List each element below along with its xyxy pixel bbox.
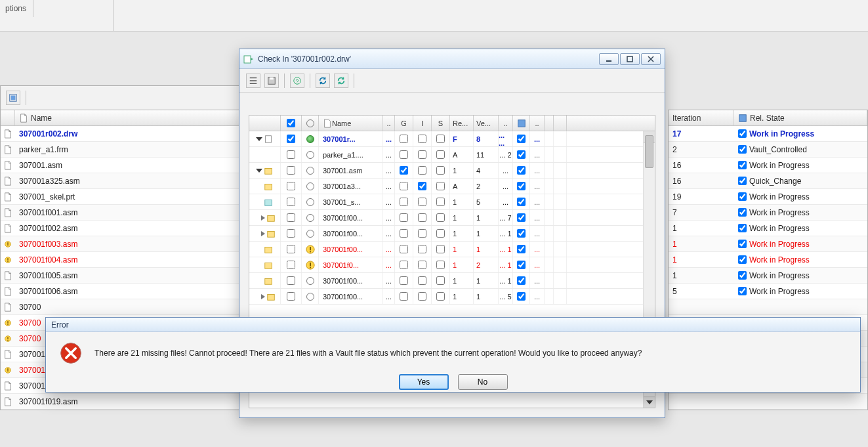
include-checkbox[interactable] (281, 131, 302, 146)
extra-checkbox[interactable] (513, 163, 530, 178)
status-row[interactable]: 19 Work in Progress (669, 189, 867, 205)
status-row[interactable]: 16 Quick_Change (669, 173, 867, 189)
g-checkbox[interactable] (395, 163, 413, 178)
rel-checkbox[interactable] (738, 287, 747, 295)
checkin-row[interactable]: parker_a1.......A11... 2... (249, 147, 655, 163)
s-checkbox[interactable] (432, 242, 450, 257)
checkin-row[interactable]: 307001f00......11... 1... (249, 226, 655, 242)
ci-g-header[interactable]: G (395, 116, 413, 131)
expand-toggle[interactable] (261, 294, 265, 299)
include-checkbox[interactable] (281, 179, 302, 194)
include-checkbox[interactable] (281, 194, 302, 209)
file-row[interactable]: 307001f002.asm (1, 221, 255, 236)
s-checkbox[interactable] (432, 163, 450, 178)
extra-checkbox[interactable] (513, 242, 530, 257)
ci-s-header[interactable]: S (432, 116, 450, 131)
extra-checkbox[interactable] (513, 257, 530, 272)
status-row[interactable]: 1 Work in Progress (669, 252, 867, 268)
refresh-all-icon[interactable] (334, 74, 348, 88)
i-checkbox[interactable] (413, 210, 432, 225)
include-checkbox[interactable] (281, 147, 302, 162)
rel-checkbox[interactable] (738, 271, 747, 280)
checkin-titlebar[interactable]: Check In '307001r002.drw' (239, 49, 665, 69)
rel-checkbox[interactable] (738, 192, 747, 201)
file-row[interactable]: 307001r002.drw (1, 126, 255, 142)
extra-checkbox[interactable] (513, 194, 530, 209)
include-checkbox[interactable] (281, 242, 302, 257)
s-checkbox[interactable] (432, 257, 450, 272)
s-checkbox[interactable] (432, 179, 450, 194)
file-row[interactable]: 307001a325.asm (1, 173, 255, 189)
i-checkbox[interactable] (413, 147, 432, 162)
file-row[interactable]: 307001f003.asm (1, 236, 255, 252)
g-checkbox[interactable] (395, 194, 413, 209)
status-row[interactable] (669, 299, 867, 315)
i-checkbox[interactable] (413, 226, 432, 241)
help-icon[interactable]: ? (290, 74, 304, 88)
file-row[interactable]: 307001f005.asm (1, 268, 255, 284)
file-row[interactable]: 307001f004.asm (1, 252, 255, 268)
expand-toggle[interactable] (261, 215, 265, 221)
rel-checkbox[interactable] (738, 161, 747, 169)
expand-toggle[interactable] (256, 137, 262, 141)
expand-toggle[interactable] (261, 231, 265, 236)
g-checkbox[interactable] (395, 257, 413, 272)
rel-checkbox[interactable] (738, 145, 747, 154)
status-row[interactable]: 7 Work in Progress (669, 205, 867, 221)
rel-checkbox[interactable] (738, 208, 747, 217)
include-checkbox[interactable] (281, 163, 302, 178)
status-row[interactable]: 2 Vault_Controlled (669, 142, 867, 158)
extra-checkbox[interactable] (513, 226, 530, 241)
i-checkbox[interactable] (413, 163, 432, 178)
rel-checkbox[interactable] (738, 129, 747, 138)
expand-toggle[interactable] (256, 169, 262, 173)
status-row[interactable]: 5 Work in Progress (669, 284, 867, 299)
no-button[interactable]: No (458, 374, 508, 390)
scroll-down-button[interactable] (644, 396, 655, 408)
status-row[interactable]: 16 Work in Progress (669, 158, 867, 173)
close-button[interactable] (641, 53, 661, 65)
ci-col[interactable]: .. (499, 116, 513, 131)
yes-button[interactable]: Yes (399, 374, 449, 390)
include-checkbox[interactable] (281, 210, 302, 225)
g-checkbox[interactable] (395, 210, 413, 225)
checkin-row[interactable]: 307001f0......12... 1... (249, 257, 655, 273)
s-checkbox[interactable] (432, 147, 450, 162)
status-header[interactable] (302, 116, 319, 131)
extra-checkbox[interactable] (513, 147, 530, 162)
checkin-row[interactable]: 307001f00......11... 1... (249, 273, 655, 289)
g-checkbox[interactable] (395, 226, 413, 241)
include-checkbox[interactable] (281, 289, 302, 304)
i-checkbox[interactable] (413, 257, 432, 272)
include-checkbox[interactable] (281, 257, 302, 272)
s-checkbox[interactable] (432, 273, 450, 288)
file-row[interactable]: 307001f006.asm (1, 284, 255, 299)
ci-col[interactable]: .. (383, 116, 395, 131)
status-row[interactable]: 17 Work in Progress (669, 126, 867, 142)
extra-checkbox[interactable] (513, 210, 530, 225)
error-title[interactable]: Error (46, 318, 860, 332)
g-checkbox[interactable] (395, 147, 413, 162)
extra-checkbox[interactable] (513, 273, 530, 288)
relstate-header[interactable]: Rel. State (750, 114, 785, 123)
checkin-row[interactable]: 307001f00......11... 7... (249, 210, 655, 226)
include-checkbox[interactable] (281, 226, 302, 241)
maximize-button[interactable] (620, 53, 640, 65)
i-checkbox[interactable] (413, 131, 432, 146)
ci-re-header[interactable]: Re... (450, 116, 474, 131)
rel-checkbox[interactable] (738, 240, 747, 248)
rel-checkbox[interactable] (738, 224, 747, 232)
rel-checkbox[interactable] (738, 177, 747, 185)
s-checkbox[interactable] (432, 289, 450, 304)
i-checkbox[interactable] (413, 242, 432, 257)
s-checkbox[interactable] (432, 226, 450, 241)
left-name-header[interactable]: Name (31, 114, 52, 123)
ci-col[interactable]: .. (530, 116, 545, 131)
g-checkbox[interactable] (395, 179, 413, 194)
scroll-thumb[interactable] (645, 135, 653, 168)
i-checkbox[interactable] (413, 179, 432, 194)
file-row[interactable]: parker_a1.frm (1, 142, 255, 158)
status-row[interactable]: 1 Work in Progress (669, 221, 867, 236)
extra-checkbox[interactable] (513, 289, 530, 304)
refresh-icon[interactable] (316, 74, 330, 88)
